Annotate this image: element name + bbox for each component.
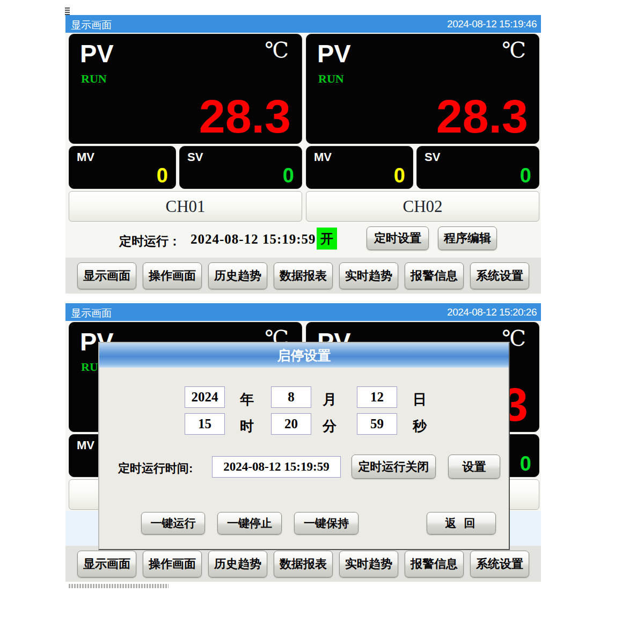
screen-artifact-bottom xyxy=(69,584,169,588)
nav-realtime-trend[interactable]: 实时趋势 xyxy=(339,262,398,289)
start-stop-settings-dialog: 启停设置 年 月 日 时 分 秒 定时运行时间: 定时运行关闭 设置 一键运行 … xyxy=(98,342,510,550)
pv-value: 28.3 xyxy=(436,93,528,140)
screenshot-stage: 显示画面 2024-08-12 15:19:46 PV ℃ RUN 28.3 M… xyxy=(0,0,644,644)
set-button[interactable]: 设置 xyxy=(448,455,500,479)
timer-run-off-button[interactable]: 定时运行关闭 xyxy=(352,455,436,479)
mv-label: MV xyxy=(314,150,332,164)
sv-label: SV xyxy=(187,150,203,164)
mv-panel-ch02: MV 0 xyxy=(306,146,413,189)
one-key-hold-button[interactable]: 一键保持 xyxy=(294,512,358,535)
mv-label: MV xyxy=(77,150,94,164)
sv-value: 0 xyxy=(283,165,294,186)
mv-value: 0 xyxy=(394,165,405,186)
nav-display-screen[interactable]: 显示画面 xyxy=(77,262,136,289)
run-status: RUN xyxy=(318,72,344,86)
pv-value: 28.3 xyxy=(199,93,291,140)
mv-value: 0 xyxy=(157,165,168,186)
channel-button-ch02[interactable]: CH02 xyxy=(306,191,539,222)
day-unit-label: 日 xyxy=(408,390,431,409)
nav-realtime-trend[interactable]: 实时趋势 xyxy=(339,551,398,577)
hour-field[interactable] xyxy=(185,413,225,435)
one-key-run-button[interactable]: 一键运行 xyxy=(141,512,205,535)
sv-value: 0 xyxy=(520,165,531,186)
second-field[interactable] xyxy=(357,413,397,435)
pv-label: PV xyxy=(317,39,351,68)
nav-strip: 显示画面 操作画面 历史趋势 数据报表 实时趋势 报警信息 系统设置 xyxy=(65,258,541,294)
dialog-title: 启停设置 xyxy=(99,343,509,368)
nav-history-trend[interactable]: 历史趋势 xyxy=(208,551,267,577)
day-field[interactable] xyxy=(357,386,397,408)
celsius-unit: ℃ xyxy=(502,38,526,62)
sv-panel-ch01: SV 0 xyxy=(179,146,302,189)
timer-run-label: 定时运行： xyxy=(119,233,181,250)
minute-unit-label: 分 xyxy=(318,417,341,436)
nav-operation-screen[interactable]: 操作画面 xyxy=(143,551,202,577)
page-title: 显示画面 xyxy=(71,306,112,320)
mv-label: MV xyxy=(77,438,94,452)
back-button[interactable]: 返 回 xyxy=(427,512,496,535)
second-unit-label: 秒 xyxy=(408,417,431,436)
system-clock: 2024-08-12 15:19:46 xyxy=(447,18,537,30)
nav-system-settings[interactable]: 系统设置 xyxy=(470,262,529,289)
sv-label: SV xyxy=(425,150,440,164)
nav-history-trend[interactable]: 历史趋势 xyxy=(208,262,267,289)
hmi-display-screen-1: 显示画面 2024-08-12 15:19:46 PV ℃ RUN 28.3 M… xyxy=(65,15,541,294)
pv-panel-ch02: PV ℃ RUN 28.3 xyxy=(306,34,539,144)
nav-alarm-info[interactable]: 报警信息 xyxy=(405,551,464,577)
sv-panel-ch02: SV 0 xyxy=(416,146,539,189)
year-unit-label: 年 xyxy=(235,390,259,409)
hour-unit-label: 时 xyxy=(235,417,259,436)
timer-setting-button[interactable]: 定时设置 xyxy=(367,226,429,250)
nav-system-settings[interactable]: 系统设置 xyxy=(470,551,529,577)
program-edit-button[interactable]: 程序编辑 xyxy=(438,226,497,250)
channel-button-ch01[interactable]: CH01 xyxy=(69,191,302,222)
timer-run-time: 2024-08-12 15:19:59 xyxy=(191,232,316,247)
celsius-unit: ℃ xyxy=(265,38,289,62)
month-field[interactable] xyxy=(271,386,311,408)
run-status: RUN xyxy=(81,72,107,86)
timer-runtime-field[interactable] xyxy=(212,456,341,478)
hmi-display-screen-2: 显示画面 2024-08-12 15:20:26 PV ℃ RUN 28.3 M… xyxy=(65,303,541,582)
timer-runtime-label: 定时运行时间: xyxy=(118,460,193,477)
nav-data-report[interactable]: 数据报表 xyxy=(274,262,333,289)
sv-value: 0 xyxy=(520,453,531,474)
pv-panel-ch01: PV ℃ RUN 28.3 xyxy=(69,34,302,144)
title-bar: 显示画面 2024-08-12 15:19:46 xyxy=(65,15,541,33)
month-unit-label: 月 xyxy=(318,390,341,409)
nav-strip: 显示画面 操作画面 历史趋势 数据报表 实时趋势 报警信息 系统设置 xyxy=(65,546,541,582)
timer-on-badge: 开 xyxy=(317,228,337,250)
nav-operation-screen[interactable]: 操作画面 xyxy=(143,262,202,289)
nav-alarm-info[interactable]: 报警信息 xyxy=(405,262,464,289)
system-clock: 2024-08-12 15:20:26 xyxy=(447,306,537,318)
nav-data-report[interactable]: 数据报表 xyxy=(274,551,333,577)
nav-display-screen[interactable]: 显示画面 xyxy=(77,551,136,577)
year-field[interactable] xyxy=(185,386,225,408)
page-title: 显示画面 xyxy=(71,18,112,32)
one-key-stop-button[interactable]: 一键停止 xyxy=(217,512,282,535)
title-bar: 显示画面 2024-08-12 15:20:26 xyxy=(65,303,541,321)
pv-label: PV xyxy=(80,39,114,68)
mv-panel-ch01: MV 0 xyxy=(69,146,176,189)
minute-field[interactable] xyxy=(271,413,311,435)
